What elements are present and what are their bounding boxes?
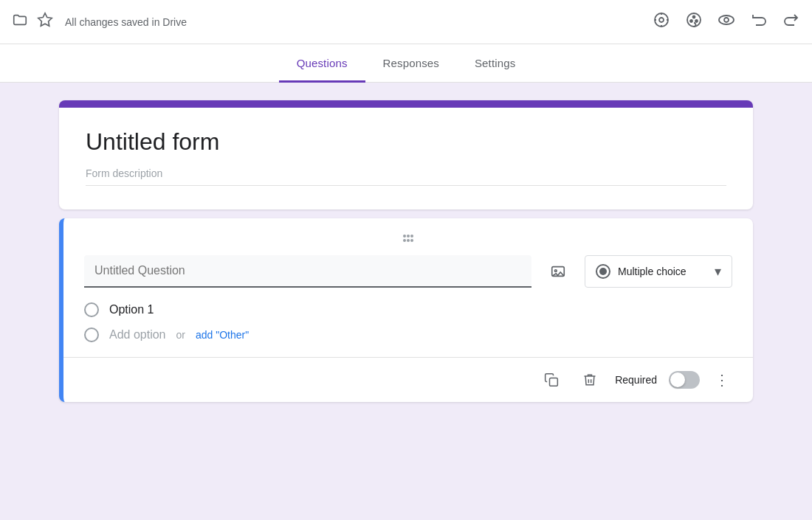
svg-point-6 <box>693 15 695 18</box>
required-toggle[interactable] <box>669 371 700 389</box>
tab-navigation: Questions Responses Settings <box>0 44 812 83</box>
svg-point-1 <box>659 18 664 22</box>
svg-point-4 <box>690 20 692 22</box>
toggle-knob <box>670 372 685 387</box>
duplicate-button[interactable] <box>538 367 565 393</box>
question-text-input[interactable] <box>84 255 531 288</box>
add-image-button[interactable] <box>543 257 573 286</box>
form-title[interactable]: Untitled form <box>86 128 726 156</box>
question-type-dropdown[interactable]: Multiple choice ▾ <box>585 255 732 288</box>
svg-marker-0 <box>38 13 52 26</box>
svg-point-8 <box>724 18 729 22</box>
svg-point-5 <box>695 20 698 22</box>
card-bottom-bar: Required ⋮ <box>63 357 753 402</box>
svg-point-10 <box>407 235 410 238</box>
star-icon[interactable] <box>37 12 53 32</box>
svg-point-13 <box>407 239 410 242</box>
palette-icon[interactable] <box>685 11 703 33</box>
svg-point-11 <box>410 235 413 238</box>
form-title-card: Untitled form Form description <box>59 100 753 209</box>
customize-icon[interactable] <box>653 11 670 33</box>
undo-icon[interactable] <box>750 11 768 33</box>
main-content: Untitled form Form description <box>0 83 812 520</box>
question-type-label: Multiple choice <box>618 266 687 277</box>
drag-handle[interactable] <box>84 233 732 246</box>
preview-icon[interactable] <box>718 11 735 33</box>
option-radio-empty <box>84 302 99 317</box>
tab-questions[interactable]: Questions <box>279 45 365 83</box>
svg-point-2 <box>655 13 668 27</box>
svg-point-12 <box>403 239 406 242</box>
top-bar-right <box>653 11 800 33</box>
option-row: Option 1 <box>84 302 732 317</box>
dropdown-arrow-icon: ▾ <box>715 263 721 280</box>
or-text: or <box>176 329 185 341</box>
tab-settings[interactable]: Settings <box>457 45 533 83</box>
top-bar-left: All changes saved in Drive <box>12 12 644 32</box>
radio-icon <box>596 264 610 279</box>
question-top-row: Multiple choice ▾ <box>84 255 732 288</box>
svg-rect-17 <box>550 378 558 386</box>
option-1-label[interactable]: Option 1 <box>109 303 154 316</box>
folder-icon[interactable] <box>12 12 28 32</box>
saved-status: All changes saved in Drive <box>65 16 187 28</box>
add-other-link[interactable]: add "Other" <box>196 329 249 341</box>
add-option-text[interactable]: Add option <box>109 328 166 342</box>
more-options-button[interactable]: ⋮ <box>712 368 732 392</box>
add-option-radio <box>84 327 99 342</box>
top-bar: All changes saved in Drive <box>0 0 812 44</box>
redo-icon[interactable] <box>782 11 800 33</box>
delete-button[interactable] <box>577 367 603 393</box>
svg-point-7 <box>719 15 734 24</box>
form-description[interactable]: Form description <box>86 167 726 186</box>
required-label: Required <box>615 374 657 386</box>
svg-point-14 <box>410 239 413 242</box>
tab-responses[interactable]: Responses <box>365 45 457 83</box>
add-option-row: Add option or add "Other" <box>84 327 732 342</box>
question-card: Multiple choice ▾ Option 1 Add option or… <box>59 218 753 402</box>
svg-point-9 <box>403 235 406 238</box>
svg-point-16 <box>554 270 557 272</box>
